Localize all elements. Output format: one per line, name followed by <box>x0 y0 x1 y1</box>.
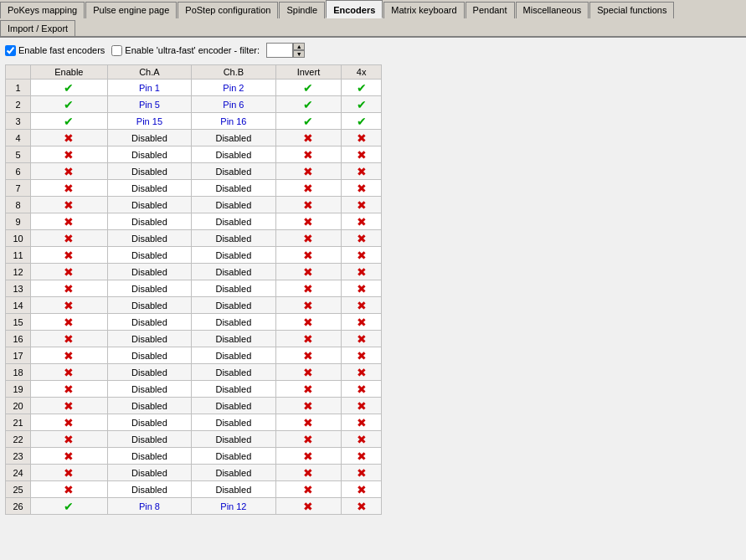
row-enable[interactable]: ✖ <box>31 414 108 431</box>
row-invert[interactable]: ✖ <box>275 414 342 431</box>
tab-miscellaneous[interactable]: Miscellaneous <box>516 2 589 18</box>
row-enable[interactable]: ✖ <box>31 247 108 264</box>
row-cha[interactable]: Pin 8 <box>107 498 191 515</box>
row-enable[interactable]: ✖ <box>31 130 108 146</box>
row-4x[interactable]: ✖ <box>342 431 382 448</box>
tab-pendant[interactable]: Pendant <box>466 2 515 18</box>
row-4x[interactable]: ✔ <box>342 113 382 130</box>
row-enable[interactable]: ✔ <box>31 113 108 130</box>
chb-link[interactable]: Pin 6 <box>223 100 244 110</box>
row-invert[interactable]: ✖ <box>275 481 342 498</box>
row-enable[interactable]: ✖ <box>31 264 108 280</box>
row-enable[interactable]: ✖ <box>31 180 108 197</box>
row-cha[interactable]: Pin 15 <box>107 113 191 130</box>
row-enable[interactable]: ✖ <box>31 347 108 364</box>
row-invert[interactable]: ✖ <box>275 280 342 297</box>
row-4x[interactable]: ✖ <box>342 264 382 280</box>
row-chb[interactable]: Pin 2 <box>192 80 275 96</box>
cha-link[interactable]: Pin 8 <box>139 501 160 511</box>
row-enable[interactable]: ✖ <box>31 398 108 414</box>
chb-link[interactable]: Pin 16 <box>220 116 246 126</box>
row-4x[interactable]: ✖ <box>342 331 382 347</box>
spinner-up-button[interactable]: ▲ <box>293 43 305 50</box>
row-4x[interactable]: ✖ <box>342 280 382 297</box>
row-4x[interactable]: ✖ <box>342 364 382 381</box>
row-4x[interactable]: ✖ <box>342 498 382 515</box>
row-enable[interactable]: ✖ <box>31 314 108 331</box>
row-4x[interactable]: ✖ <box>342 347 382 364</box>
row-4x[interactable]: ✖ <box>342 130 382 146</box>
row-invert[interactable]: ✖ <box>275 163 342 180</box>
tab-spindle[interactable]: Spindle <box>279 2 325 18</box>
row-4x[interactable]: ✖ <box>342 398 382 414</box>
cha-link[interactable]: Pin 5 <box>139 100 160 110</box>
row-enable[interactable]: ✖ <box>31 381 108 398</box>
row-invert[interactable]: ✖ <box>275 213 342 230</box>
row-enable[interactable]: ✖ <box>31 431 108 448</box>
tab-matrix-keyboard[interactable]: Matrix keyboard <box>383 2 464 18</box>
row-enable[interactable]: ✖ <box>31 146 108 163</box>
row-invert[interactable]: ✖ <box>275 431 342 448</box>
row-chb[interactable]: Pin 16 <box>192 113 275 130</box>
row-4x[interactable]: ✖ <box>342 481 382 498</box>
row-4x[interactable]: ✖ <box>342 197 382 213</box>
row-4x[interactable]: ✖ <box>342 180 382 197</box>
row-invert[interactable]: ✖ <box>275 230 342 247</box>
row-enable[interactable]: ✖ <box>31 197 108 213</box>
row-4x[interactable]: ✔ <box>342 96 382 113</box>
row-invert[interactable]: ✖ <box>275 364 342 381</box>
row-4x[interactable]: ✖ <box>342 314 382 331</box>
fast-encoders-label[interactable]: Enable fast encoders <box>5 45 105 56</box>
chb-link[interactable]: Pin 2 <box>223 83 244 93</box>
row-invert[interactable]: ✖ <box>275 297 342 314</box>
row-4x[interactable]: ✖ <box>342 163 382 180</box>
row-invert[interactable]: ✔ <box>275 96 342 113</box>
row-invert[interactable]: ✔ <box>275 113 342 130</box>
ultra-fast-label[interactable]: Enable 'ultra-fast' encoder - filter: <box>111 45 260 56</box>
row-4x[interactable]: ✖ <box>342 414 382 431</box>
row-invert[interactable]: ✖ <box>275 130 342 146</box>
row-enable[interactable]: ✔ <box>31 498 108 515</box>
row-invert[interactable]: ✖ <box>275 398 342 414</box>
row-invert[interactable]: ✖ <box>275 264 342 280</box>
row-4x[interactable]: ✖ <box>342 213 382 230</box>
row-enable[interactable]: ✖ <box>31 280 108 297</box>
row-invert[interactable]: ✖ <box>275 314 342 331</box>
row-enable[interactable]: ✖ <box>31 465 108 481</box>
row-4x[interactable]: ✖ <box>342 247 382 264</box>
row-4x[interactable]: ✖ <box>342 381 382 398</box>
row-invert[interactable]: ✖ <box>275 331 342 347</box>
row-4x[interactable]: ✔ <box>342 80 382 96</box>
row-4x[interactable]: ✖ <box>342 465 382 481</box>
row-invert[interactable]: ✔ <box>275 80 342 96</box>
tab-import--export[interactable]: Import / Export <box>0 20 75 36</box>
chb-link[interactable]: Pin 12 <box>220 501 246 511</box>
row-4x[interactable]: ✖ <box>342 297 382 314</box>
row-chb[interactable]: Pin 6 <box>192 96 275 113</box>
row-enable[interactable]: ✖ <box>31 331 108 347</box>
row-invert[interactable]: ✖ <box>275 498 342 515</box>
row-4x[interactable]: ✖ <box>342 146 382 163</box>
row-invert[interactable]: ✖ <box>275 180 342 197</box>
tab-special-functions[interactable]: Special functions <box>589 2 674 18</box>
row-enable[interactable]: ✖ <box>31 297 108 314</box>
row-invert[interactable]: ✖ <box>275 448 342 465</box>
row-invert[interactable]: ✖ <box>275 347 342 364</box>
spinner-down-button[interactable]: ▼ <box>293 50 305 58</box>
fast-encoders-checkbox[interactable] <box>5 45 16 56</box>
row-enable[interactable]: ✖ <box>31 481 108 498</box>
row-enable[interactable]: ✖ <box>31 213 108 230</box>
tab-postep-configuration[interactable]: PoStep configuration <box>177 2 278 18</box>
row-enable[interactable]: ✖ <box>31 364 108 381</box>
row-invert[interactable]: ✖ <box>275 197 342 213</box>
row-4x[interactable]: ✖ <box>342 448 382 465</box>
row-enable[interactable]: ✖ <box>31 163 108 180</box>
filter-input[interactable]: 10 <box>266 43 293 58</box>
row-invert[interactable]: ✖ <box>275 381 342 398</box>
row-4x[interactable]: ✖ <box>342 230 382 247</box>
tab-pulse-engine-page[interactable]: Pulse engine page <box>85 2 177 18</box>
row-enable[interactable]: ✔ <box>31 96 108 113</box>
row-cha[interactable]: Pin 5 <box>107 96 191 113</box>
row-cha[interactable]: Pin 1 <box>107 80 191 96</box>
row-invert[interactable]: ✖ <box>275 146 342 163</box>
